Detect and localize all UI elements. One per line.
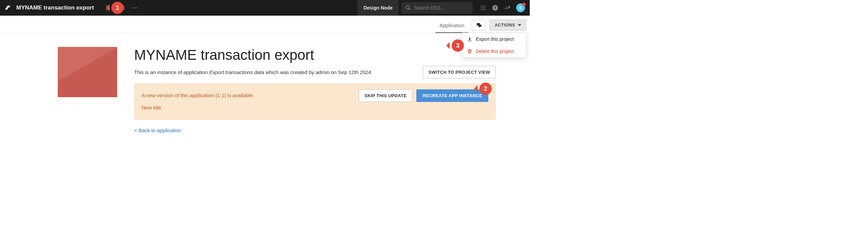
- topbar-right: Design Node ? S: [357, 0, 530, 16]
- page-title: MYNAME transaction export: [134, 47, 496, 63]
- desc-app-name: Export transactions data: [209, 69, 264, 75]
- annotation-2: 2: [480, 83, 492, 95]
- content-area: MYNAME transaction export This is an ins…: [134, 47, 496, 134]
- download-icon: [467, 36, 472, 42]
- annotation-3: 3: [452, 39, 464, 52]
- svg-point-9: [483, 7, 484, 8]
- tab-application[interactable]: Application: [435, 19, 468, 33]
- export-label: Export this project: [476, 36, 514, 42]
- apps-grid-icon[interactable]: [480, 5, 486, 11]
- trend-icon[interactable]: [504, 4, 511, 11]
- instance-description: This is an instance of application Expor…: [134, 69, 371, 75]
- actions-dropdown: Export this project Delete this project: [462, 33, 526, 58]
- svg-point-4: [406, 6, 409, 9]
- sub-bar: Application ACTIONS Export this project …: [0, 16, 530, 33]
- svg-point-6: [483, 5, 484, 6]
- recreate-instance-button[interactable]: RECREATE APP INSTANCE: [416, 89, 488, 102]
- back-to-application-link[interactable]: < Back to application: [134, 127, 181, 133]
- desc-prefix: This is an instance of application: [134, 69, 209, 75]
- switch-project-view-button[interactable]: SWITCH TO PROJECT VIEW: [423, 66, 496, 78]
- bird-logo-icon[interactable]: [4, 3, 12, 12]
- top-bar: MYNAME transaction export Design Node ?: [0, 0, 530, 16]
- notice-text: A new version of this application (1.1) …: [142, 89, 254, 114]
- actions-button[interactable]: ACTIONS: [489, 19, 526, 31]
- search-icon: [405, 5, 411, 11]
- skip-update-button[interactable]: SKIP THIS UPDATE: [359, 89, 412, 102]
- svg-point-7: [485, 5, 486, 6]
- actions-label: ACTIONS: [494, 22, 515, 28]
- svg-point-5: [481, 5, 482, 6]
- caret-down-icon: [518, 23, 521, 27]
- svg-point-13: [485, 9, 486, 10]
- svg-point-3: [135, 7, 137, 8]
- update-notice: A new version of this application (1.1) …: [134, 83, 496, 120]
- help-icon[interactable]: ?: [492, 4, 499, 11]
- svg-point-2: [134, 7, 135, 8]
- search-input[interactable]: [414, 5, 469, 11]
- trash-icon: [467, 49, 472, 54]
- desc-suffix: which was created by admin on Sep 12th 2…: [264, 69, 371, 75]
- svg-point-11: [481, 9, 482, 10]
- project-title[interactable]: MYNAME transaction export: [16, 4, 94, 11]
- design-node-label[interactable]: Design Node: [357, 0, 399, 16]
- export-project-item[interactable]: Export this project: [462, 33, 526, 45]
- svg-point-8: [481, 7, 482, 8]
- chat-icon: [475, 22, 482, 28]
- notice-line1: A new version of this application (1.1) …: [142, 89, 254, 102]
- delete-label: Delete this project: [476, 49, 514, 54]
- topbar-left: MYNAME transaction export: [4, 3, 357, 12]
- delete-project-item[interactable]: Delete this project: [462, 45, 526, 57]
- discussions-button[interactable]: [472, 20, 486, 31]
- svg-point-1: [132, 7, 133, 8]
- annotation-1: 1: [111, 2, 124, 14]
- svg-point-10: [485, 7, 486, 8]
- more-icon[interactable]: [131, 5, 138, 11]
- main-content: MYNAME transaction export This is an ins…: [0, 33, 530, 147]
- svg-text:?: ?: [494, 5, 496, 10]
- svg-point-12: [483, 9, 484, 10]
- search-box[interactable]: [401, 2, 473, 14]
- user-avatar[interactable]: S: [516, 3, 525, 12]
- project-image: [58, 47, 117, 97]
- notice-line2: New title: [142, 102, 254, 114]
